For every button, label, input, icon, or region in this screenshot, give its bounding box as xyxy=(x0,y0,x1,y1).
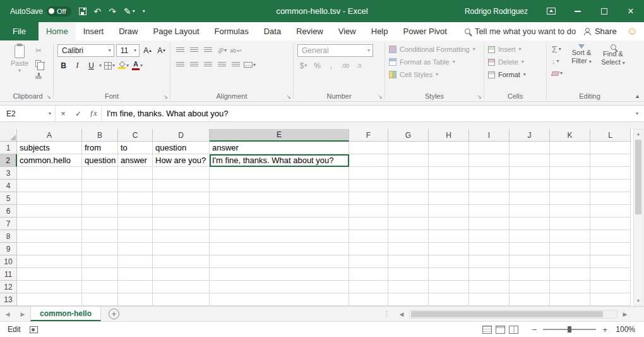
cell-G11[interactable] xyxy=(388,268,429,281)
cell-C3[interactable] xyxy=(118,167,153,180)
cell-E5[interactable] xyxy=(210,192,349,205)
cell-J7[interactable] xyxy=(510,218,550,230)
decrease-decimal-button[interactable]: .0 xyxy=(353,59,365,71)
cell-A9[interactable] xyxy=(17,243,82,255)
cell-D3[interactable] xyxy=(153,167,210,180)
normal-view-icon[interactable] xyxy=(482,326,492,334)
tab-page-layout[interactable]: Page Layout xyxy=(146,22,207,40)
number-format-select[interactable]: General▾ xyxy=(297,44,373,57)
column-header-I[interactable]: I xyxy=(469,129,510,142)
cell-A7[interactable] xyxy=(17,218,82,230)
cell-H12[interactable] xyxy=(429,281,469,293)
sheet-tab-common-hello[interactable]: common-hello xyxy=(30,307,101,321)
zoom-slider-thumb[interactable] xyxy=(568,326,571,333)
tab-view[interactable]: View xyxy=(331,22,364,40)
cell-L4[interactable] xyxy=(590,180,631,192)
align-bottom-button[interactable] xyxy=(202,44,214,56)
cell-A10[interactable] xyxy=(17,255,82,268)
column-header-C[interactable]: C xyxy=(118,129,153,142)
cell-J13[interactable] xyxy=(510,293,550,306)
cell-D4[interactable] xyxy=(153,180,210,192)
row-header-4[interactable]: 4 xyxy=(0,180,17,192)
cell-H3[interactable] xyxy=(429,167,469,180)
horizontal-scrollbar[interactable] xyxy=(409,310,617,319)
cell-E11[interactable] xyxy=(210,268,349,281)
cell-I11[interactable] xyxy=(469,268,510,281)
cell-G10[interactable] xyxy=(388,255,429,268)
accounting-format-button[interactable]: $▾ xyxy=(297,59,309,71)
cell-F12[interactable] xyxy=(349,281,388,293)
cut-button[interactable]: ✂ xyxy=(34,46,46,56)
cell-L6[interactable] xyxy=(590,205,631,218)
clipboard-dialog-launcher-icon[interactable]: ↘ xyxy=(46,94,51,100)
cell-E10[interactable] xyxy=(210,255,349,268)
increase-indent-button[interactable] xyxy=(230,59,242,71)
cell-D7[interactable] xyxy=(153,218,210,230)
cell-B6[interactable] xyxy=(82,205,118,218)
cell-H11[interactable] xyxy=(429,268,469,281)
cell-B9[interactable] xyxy=(82,243,118,255)
collapse-ribbon-icon[interactable]: ▴ xyxy=(636,92,639,99)
cell-I13[interactable] xyxy=(469,293,510,306)
row-header-8[interactable]: 8 xyxy=(0,230,17,243)
find-select-button[interactable]: Find & Select ▾ xyxy=(599,44,627,78)
cell-B10[interactable] xyxy=(82,255,118,268)
cell-G8[interactable] xyxy=(388,230,429,243)
alignment-dialog-launcher-icon[interactable]: ↘ xyxy=(286,94,291,100)
insert-cells-button[interactable]: Insert ▾ xyxy=(488,44,544,54)
align-left-button[interactable] xyxy=(174,59,186,71)
cell-C10[interactable] xyxy=(118,255,153,268)
cell-B1[interactable]: from xyxy=(82,142,118,154)
cell-E6[interactable] xyxy=(210,205,349,218)
scroll-up-icon[interactable]: ▲ xyxy=(634,130,643,138)
cell-G9[interactable] xyxy=(388,243,429,255)
vertical-scrollbar-thumb[interactable] xyxy=(635,140,641,214)
splitter-dots-icon[interactable]: ⋮ xyxy=(383,310,390,318)
sort-filter-button[interactable]: Sort & Filter ▾ xyxy=(568,44,595,78)
italic-button[interactable]: I xyxy=(71,59,83,71)
sheet-nav-right-icon[interactable]: ▶ xyxy=(15,307,30,321)
column-header-A[interactable]: A xyxy=(17,129,82,142)
cell-F9[interactable] xyxy=(349,243,388,255)
cell-B7[interactable] xyxy=(82,218,118,230)
tab-data[interactable]: Data xyxy=(256,22,289,40)
cell-B13[interactable] xyxy=(82,293,118,306)
cell-K6[interactable] xyxy=(550,205,590,218)
cell-K13[interactable] xyxy=(550,293,590,306)
cell-F6[interactable] xyxy=(349,205,388,218)
cell-A13[interactable] xyxy=(17,293,82,306)
row-header-11[interactable]: 11 xyxy=(0,268,17,281)
row-header-6[interactable]: 6 xyxy=(0,205,17,218)
tab-power-pivot[interactable]: Power Pivot xyxy=(396,22,455,40)
cell-J6[interactable] xyxy=(510,205,550,218)
cell-G12[interactable] xyxy=(388,281,429,293)
cell-C1[interactable]: to xyxy=(118,142,153,154)
cell-E2[interactable]: I'm fine, thanks. What about you? xyxy=(210,154,349,167)
font-dialog-launcher-icon[interactable]: ↘ xyxy=(163,94,168,100)
save-button[interactable] xyxy=(79,8,86,15)
increase-decimal-button[interactable]: .00 xyxy=(339,59,351,71)
cell-B12[interactable] xyxy=(82,281,118,293)
hscroll-right-icon[interactable]: ▶ xyxy=(620,311,630,317)
zoom-percent[interactable]: 100% xyxy=(612,325,635,334)
cell-I1[interactable] xyxy=(469,142,510,154)
page-break-view-icon[interactable] xyxy=(509,326,518,334)
cell-D10[interactable] xyxy=(153,255,210,268)
row-header-10[interactable]: 10 xyxy=(0,255,17,268)
number-dialog-launcher-icon[interactable]: ↘ xyxy=(378,94,383,100)
cell-F4[interactable] xyxy=(349,180,388,192)
cell-K7[interactable] xyxy=(550,218,590,230)
cell-E9[interactable] xyxy=(210,243,349,255)
tab-file[interactable]: File xyxy=(0,22,39,40)
column-header-G[interactable]: G xyxy=(388,129,429,142)
formula-input[interactable]: I'm fine, thanks. What about you? xyxy=(101,106,630,121)
close-button[interactable]: × xyxy=(617,0,644,22)
share-button[interactable]: Share xyxy=(583,27,617,36)
tab-formulas[interactable]: Formulas xyxy=(207,22,256,40)
fill-button[interactable]: ↓▾ xyxy=(551,56,564,66)
column-header-D[interactable]: D xyxy=(153,129,210,142)
cell-E3[interactable] xyxy=(210,167,349,180)
decrease-font-size-button[interactable]: A▾ xyxy=(155,45,167,57)
cell-K8[interactable] xyxy=(550,230,590,243)
cell-H9[interactable] xyxy=(429,243,469,255)
